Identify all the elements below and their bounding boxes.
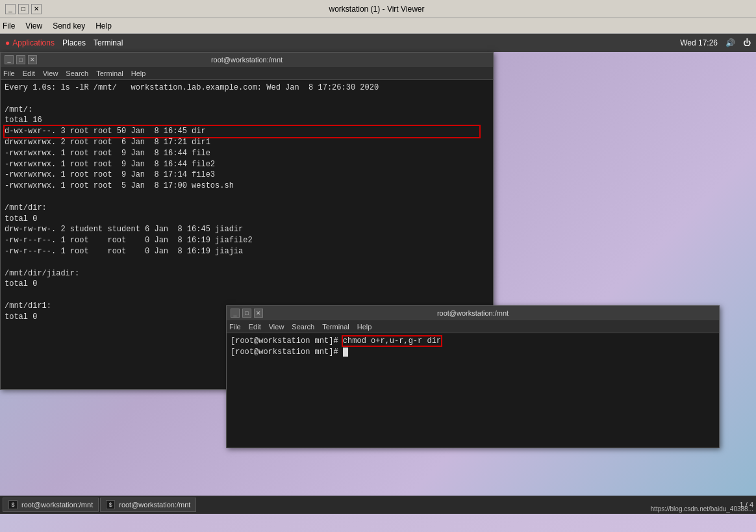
t1-menu-terminal[interactable]: Terminal: [96, 70, 123, 77]
places-menu[interactable]: Places: [62, 38, 86, 47]
menu-view[interactable]: View: [25, 21, 42, 31]
terminal-2-menubar: File Edit View Search Terminal Help: [227, 320, 719, 333]
terminal-line-total16: total 16: [5, 115, 489, 126]
title-bar: _ □ ✕ workstation (1) - Virt Viewer: [0, 0, 756, 18]
menu-file[interactable]: File: [3, 21, 15, 31]
terminal-line-total0a: total 0: [5, 214, 489, 225]
taskbar-item-2[interactable]: $ root@workstation:/mnt: [100, 498, 196, 512]
apps-dot: ●: [5, 38, 10, 47]
system-time: Wed 17:26: [680, 38, 718, 47]
terminal-line-dir-highlight: d-wx-wxr--. 3 root root 50 Jan 8 16:45 d…: [5, 126, 479, 137]
t1-menu-file[interactable]: File: [3, 70, 15, 77]
t1-menu-edit[interactable]: Edit: [23, 70, 35, 77]
minimize-button[interactable]: _: [5, 4, 16, 14]
chmod-command: chmod o+r,u-r,g-r dir: [343, 336, 441, 346]
system-taskbar: ● Applications Places Terminal Wed 17:26…: [0, 34, 756, 52]
terminal-line-0: Every 1.0s: ls -lR /mnt/ workstation.lab…: [5, 82, 489, 94]
terminal-window-2: _ □ ✕ root@workstation:/mnt File Edit Vi…: [226, 305, 720, 448]
taskbar-right: Wed 17:26 🔊 ⏻: [680, 38, 751, 47]
terminal-1-maximize[interactable]: □: [16, 55, 25, 64]
t2-menu-edit[interactable]: Edit: [249, 323, 261, 331]
terminal-2-close[interactable]: ✕: [254, 309, 263, 318]
terminal-line-dir1: drwxrwxrwx. 2 root root 6 Jan 8 17:21 di…: [5, 137, 489, 148]
t2-menu-search[interactable]: Search: [292, 323, 314, 331]
bottom-taskbar: $ root@workstation:/mnt $ root@workstati…: [0, 496, 756, 514]
terminal-2-line2: [root@workstation mnt]#: [231, 347, 715, 358]
terminal-2-maximize[interactable]: □: [242, 309, 251, 318]
terminal-1-title: root@workstation:/mnt: [37, 56, 457, 64]
t2-menu-view[interactable]: View: [269, 323, 284, 331]
terminal-line-total0b: total 0: [5, 279, 489, 290]
applications-menu[interactable]: ● Applications: [5, 38, 55, 47]
terminal-2-title: root@workstation:/mnt: [263, 309, 683, 317]
taskbar-label-1: root@workstation:/mnt: [21, 501, 93, 509]
terminal-2-buttons: _ □ ✕: [231, 309, 263, 318]
taskbar-item-1[interactable]: $ root@workstation:/mnt: [3, 498, 99, 512]
t1-menu-search[interactable]: Search: [66, 70, 88, 77]
terminal-line-westos: -rwxrwxrwx. 1 root root 5 Jan 8 17:00 we…: [5, 181, 489, 192]
terminal-line-file: -rwxrwxrwx. 1 root root 9 Jan 8 16:44 fi…: [5, 148, 489, 159]
terminal-icon-2: $: [106, 500, 115, 509]
t2-menu-file[interactable]: File: [229, 323, 241, 331]
taskbar-label-2: root@workstation:/mnt: [119, 501, 190, 509]
terminal-2-line1: [root@workstation mnt]# chmod o+r,u-r,g-…: [231, 336, 715, 347]
taskbar-left: ● Applications Places Terminal: [5, 38, 123, 47]
close-button[interactable]: ✕: [31, 4, 42, 14]
applications-label: Applications: [12, 38, 55, 47]
terminal-line-mntdir: /mnt/dir:: [5, 203, 489, 214]
terminal-2-minimize[interactable]: _: [231, 309, 240, 318]
terminal-2-titlebar: _ □ ✕ root@workstation:/mnt: [227, 306, 719, 320]
t1-menu-view[interactable]: View: [43, 70, 58, 77]
menu-sendkey[interactable]: Send key: [53, 21, 85, 31]
terminal-1-titlebar: _ □ ✕ root@workstation:/mnt: [1, 53, 493, 67]
terminal-line-jiadir: drw-rw-rw-. 2 student student 6 Jan 8 16…: [5, 224, 489, 235]
terminal-1-close[interactable]: ✕: [28, 55, 37, 64]
terminal-icon-1: $: [8, 500, 18, 509]
maximize-button[interactable]: □: [18, 4, 29, 14]
terminal-1-buttons: _ □ ✕: [5, 55, 37, 64]
t2-menu-help[interactable]: Help: [357, 323, 372, 331]
terminal-line-mnt: /mnt/:: [5, 105, 489, 116]
menu-help[interactable]: Help: [95, 21, 112, 31]
desktop: _ □ ✕ root@workstation:/mnt File Edit Vi…: [0, 52, 756, 514]
terminal-menu[interactable]: Terminal: [94, 38, 123, 47]
terminal-2-content: [root@workstation mnt]# chmod o+r,u-r,g-…: [227, 333, 719, 361]
terminal-line-file2: -rwxrwxrwx. 1 root root 9 Jan 8 16:44 fi…: [5, 159, 489, 170]
terminal-1-content: Every 1.0s: ls -lR /mnt/ workstation.lab…: [1, 80, 493, 325]
terminal-line-file3: -rwxrwxrwx. 1 root root 9 Jan 8 17:14 fi…: [5, 170, 489, 181]
app-menu-bar: File View Send key Help: [0, 18, 756, 34]
power-icon[interactable]: ⏻: [743, 38, 751, 47]
terminal-line-jiajia: -rw-r--r--. 1 root root 0 Jan 8 16:19 ji…: [5, 246, 489, 257]
watermark: https://blog.csdn.net/baidu_40388...: [651, 505, 753, 513]
window-title: workstation (1) - Virt Viewer: [42, 5, 712, 14]
t1-menu-help[interactable]: Help: [131, 70, 146, 77]
terminal-line-jiafile2: -rw-r--r--. 1 root root 0 Jan 8 16:19 ji…: [5, 235, 489, 246]
terminal-line-jiadir-path: /mnt/dir/jiadir:: [5, 268, 489, 279]
t2-menu-terminal[interactable]: Terminal: [322, 323, 349, 331]
terminal-1-minimize[interactable]: _: [5, 55, 14, 64]
volume-icon[interactable]: 🔊: [725, 38, 735, 47]
terminal-1-menubar: File Edit View Search Terminal Help: [1, 67, 493, 80]
